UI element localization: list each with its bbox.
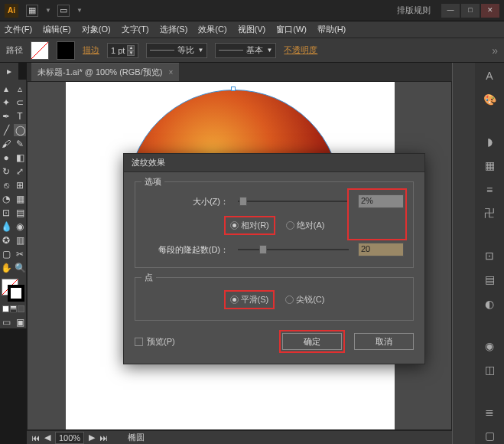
- menu-file[interactable]: 文件(F): [5, 24, 32, 35]
- color-mode-switches[interactable]: [2, 305, 24, 312]
- ok-button-highlight: 确定: [279, 330, 345, 353]
- eyedropper-tool[interactable]: 💧: [0, 220, 12, 233]
- width-tool[interactable]: ⎋: [0, 179, 12, 191]
- zoom-tool[interactable]: 🔍: [14, 262, 26, 274]
- character-panel-icon[interactable]: A: [481, 67, 498, 83]
- nav-next[interactable]: ▶: [89, 433, 95, 442]
- ridges-value[interactable]: 20: [358, 243, 404, 256]
- scale-tool[interactable]: ⤢: [14, 165, 26, 178]
- fill-stroke-control[interactable]: [2, 279, 24, 302]
- menu-help[interactable]: 帮助(H): [317, 24, 346, 35]
- smooth-label[interactable]: 平滑(S): [241, 294, 269, 305]
- document-tabs: 未标题-1.ai* @ 100% (RGB/预览) ×: [27, 63, 452, 81]
- overflow-icon[interactable]: »: [492, 44, 498, 57]
- document-tab-label: 未标题-1.ai* @ 100% (RGB/预览): [37, 67, 162, 78]
- shape-builder-tool[interactable]: ◔: [0, 193, 12, 205]
- blend-tool[interactable]: ◉: [14, 220, 26, 233]
- menu-select[interactable]: 选择(S): [160, 24, 188, 35]
- shape-panel-icon[interactable]: ◗: [481, 133, 498, 149]
- ridges-slider[interactable]: [238, 249, 349, 250]
- layers-panel-icon[interactable]: ≣: [481, 403, 498, 420]
- selection-tool[interactable]: ▴: [0, 83, 12, 95]
- perspective-tool[interactable]: ▦: [14, 193, 26, 205]
- brush-combo[interactable]: 基本▼: [215, 43, 276, 58]
- graphic-styles-panel-icon[interactable]: ◫: [481, 361, 498, 377]
- profile-combo[interactable]: 等比▼: [146, 43, 207, 58]
- gradient-panel-icon[interactable]: ▤: [481, 272, 498, 288]
- relative-radio[interactable]: [230, 221, 239, 230]
- hand-tool[interactable]: ✋: [0, 262, 12, 274]
- symbol-tool[interactable]: ✪: [0, 234, 12, 246]
- menu-type[interactable]: 文字(T): [122, 24, 149, 35]
- fill-swatch[interactable]: [31, 41, 49, 60]
- close-button[interactable]: ✕: [481, 4, 499, 18]
- type-tool[interactable]: T: [14, 110, 26, 122]
- appearance-panel-icon[interactable]: ◉: [481, 338, 498, 354]
- size-slider[interactable]: [238, 201, 349, 202]
- brushes-panel-icon[interactable]: ≡: [481, 181, 498, 198]
- cancel-button[interactable]: 取消: [354, 333, 414, 350]
- slice-tool[interactable]: ✂: [14, 248, 26, 260]
- nav-first[interactable]: ⏮: [31, 433, 40, 442]
- smooth-radio[interactable]: [230, 295, 239, 304]
- corner-radio[interactable]: [285, 295, 294, 304]
- rotate-tool[interactable]: ↻: [0, 165, 12, 178]
- menu-view[interactable]: 视图(V): [238, 24, 266, 35]
- swatches-panel-icon[interactable]: ▦: [481, 158, 498, 174]
- menu-object[interactable]: 对象(O): [82, 24, 111, 35]
- workspace-label[interactable]: 排版规则: [89, 5, 440, 16]
- line-tool[interactable]: ╱: [0, 124, 12, 136]
- pen-tool[interactable]: ✒: [0, 110, 12, 122]
- direct-selection-tool[interactable]: ▵: [14, 83, 26, 95]
- handle[interactable]: [231, 87, 236, 91]
- close-tab-icon[interactable]: ×: [168, 68, 173, 77]
- titlebar: Ai ▦▼ ▭▼ 排版规则 — □ ✕: [0, 0, 504, 21]
- stroke-weight[interactable]: 1 pt ▲▼: [107, 43, 138, 58]
- dialog-title[interactable]: 波纹效果: [124, 154, 424, 172]
- minimize-button[interactable]: —: [441, 4, 460, 18]
- screen-mode[interactable]: ▭: [0, 316, 12, 328]
- bridge-button[interactable]: ▦▼: [26, 5, 51, 17]
- menu-effect[interactable]: 效果(C): [198, 24, 226, 35]
- stroke-link[interactable]: 描边: [83, 44, 99, 56]
- ok-button[interactable]: 确定: [282, 333, 342, 350]
- brush-tool[interactable]: 🖌: [0, 138, 12, 150]
- relative-label[interactable]: 相对(R): [241, 220, 269, 231]
- arrange-button[interactable]: ▭▼: [57, 5, 83, 17]
- free-transform-tool[interactable]: ⊞: [14, 179, 26, 191]
- document-tab[interactable]: 未标题-1.ai* @ 100% (RGB/预览) ×: [31, 63, 179, 81]
- ellipse-tool[interactable]: ◯: [14, 124, 26, 136]
- pencil-tool[interactable]: ✎: [14, 138, 26, 150]
- change-screen[interactable]: ▣: [14, 316, 26, 328]
- menu-window[interactable]: 窗口(W): [276, 24, 307, 35]
- size-label: 大小(Z)：: [145, 196, 229, 207]
- preview-checkbox[interactable]: 预览(P): [135, 336, 175, 348]
- menu-edit[interactable]: 编辑(E): [43, 24, 71, 35]
- lasso-tool[interactable]: ⊂: [14, 96, 26, 109]
- gradient-tool[interactable]: ▤: [14, 207, 26, 219]
- graph-tool[interactable]: ▥: [14, 234, 26, 246]
- artboards-panel-icon[interactable]: ▢: [481, 428, 498, 444]
- symbols-panel-icon[interactable]: 卍: [481, 205, 498, 221]
- relative-radio-highlight: 相对(R): [224, 216, 275, 235]
- panel-dock-collapsed[interactable]: [452, 63, 475, 444]
- corner-label[interactable]: 尖锐(C): [296, 294, 324, 305]
- toolbox-collapse[interactable]: ▸: [0, 63, 18, 80]
- zoom-level[interactable]: 100%: [55, 432, 84, 444]
- nav-last[interactable]: ⏭: [99, 433, 108, 442]
- mesh-tool[interactable]: ⊡: [0, 207, 12, 219]
- opacity-link[interactable]: 不透明度: [284, 44, 317, 56]
- blob-tool[interactable]: ●: [0, 152, 12, 164]
- absolute-label[interactable]: 绝对(A): [297, 220, 325, 231]
- absolute-radio[interactable]: [286, 221, 294, 230]
- color-panel-icon[interactable]: 🎨: [481, 91, 498, 107]
- artboard-tool[interactable]: ▢: [0, 248, 12, 260]
- eraser-tool[interactable]: ◧: [14, 152, 26, 164]
- toolbox: ▴▵ ✦⊂ ✒T ╱◯ 🖌✎ ●◧ ↻⤢ ⎋⊞ ◔▦ ⊡▤ 💧◉ ✪▥ ▢✂ ✋…: [0, 80, 27, 328]
- stroke-swatch[interactable]: [57, 41, 75, 60]
- transparency-panel-icon[interactable]: ◐: [481, 295, 498, 312]
- magic-wand-tool[interactable]: ✦: [0, 96, 12, 109]
- maximize-button[interactable]: □: [461, 4, 480, 18]
- nav-prev[interactable]: ◀: [44, 433, 50, 442]
- stroke-panel-icon[interactable]: ⊡: [481, 247, 498, 263]
